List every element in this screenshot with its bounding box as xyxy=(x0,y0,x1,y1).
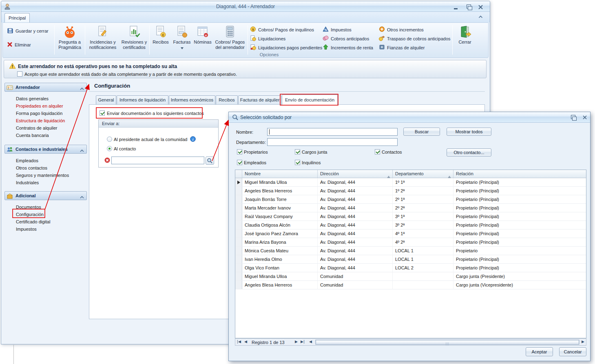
sidebar-item-impuestos[interactable]: Impuestos xyxy=(16,227,86,233)
first-record-button[interactable]: |◀ xyxy=(237,340,241,344)
otro-contacto-button[interactable]: Otro contacto... xyxy=(447,148,491,157)
sidebar-group-adicional[interactable]: Adicional xyxy=(4,191,87,200)
table-row[interactable]: José Ignacio Paez Zamora Av. Diagonal, 4… xyxy=(235,229,586,238)
collapse-chevron-icon[interactable] xyxy=(80,86,84,91)
title-bar[interactable]: Diagonal, 444 - Arrendador xyxy=(1,1,490,12)
recibos-button[interactable]: € Recibos xyxy=(150,24,171,56)
empleados-checkbox[interactable] xyxy=(237,160,242,165)
pragmatica-button[interactable]: Pregunta a Pragmática xyxy=(56,24,84,56)
opt-cobros-pagos-inquilinos[interactable]: $ Cobros/ Pagos de inquilinos xyxy=(250,26,314,33)
collapse-chevron-icon[interactable] xyxy=(80,194,84,199)
facturas-dropdown-arrow-icon[interactable] xyxy=(172,45,192,50)
table-row[interactable]: Joaquín Borràs Torre Av. Diagonal, 444 2… xyxy=(235,195,586,204)
table-row[interactable]: Angeles Blesa Herreros Comunidad Cargo j… xyxy=(235,281,586,289)
opt-incrementos-renta[interactable]: Incrementos de renta xyxy=(323,44,373,51)
table-row[interactable]: Olga Vico Fontan Av. Diagonal, 444 LOCAL… xyxy=(235,264,586,272)
departamento-input[interactable] xyxy=(267,138,398,146)
tab-recibos[interactable]: Recibos xyxy=(216,95,238,104)
nombre-input[interactable] xyxy=(267,128,398,136)
info-icon[interactable]: i xyxy=(190,136,196,143)
opt-liquidaciones-pendientes[interactable]: Liquidaciones pagos pendientes xyxy=(250,44,322,51)
opt-liquidaciones[interactable]: Liquidaciones xyxy=(250,35,285,42)
table-row[interactable]: Miguel Miranda Ulloa Av. Diagonal, 444 1… xyxy=(235,178,586,187)
next-record-button[interactable]: ▶ xyxy=(295,340,298,344)
minimize-icon[interactable] xyxy=(452,4,460,10)
nominas-button[interactable]: v Nóminas xyxy=(192,24,213,56)
sidebar-item-propiedades-en-alquiler[interactable]: Propiedades en alquiler xyxy=(16,104,86,110)
previous-record-button[interactable]: ◀ xyxy=(244,340,247,344)
sidebar-item-empleados[interactable]: Empleados xyxy=(16,158,86,165)
dialog-restore-icon[interactable] xyxy=(570,115,577,120)
cargos-junta-checkbox[interactable] xyxy=(295,149,300,154)
sidebar-group-arrendador[interactable]: Arrendador xyxy=(4,83,87,92)
tab-facturas-alquiler[interactable]: Facturas de alquiler xyxy=(238,95,281,104)
cobros-pagos-arrendador-button[interactable]: Cobros/ Pagos del arrendador xyxy=(213,24,247,56)
dialog-title-bar[interactable]: Selección solicitado por xyxy=(229,112,590,123)
send-docs-checkbox[interactable] xyxy=(100,110,105,116)
sidebar-item-contratos-de-alquiler[interactable]: Contratos de alquiler xyxy=(16,126,86,132)
sidebar-item-estructura-de-liquidacion[interactable]: Estructura de liquidación xyxy=(16,118,86,125)
sidebar-item-datos-generales[interactable]: Datos generales xyxy=(16,96,86,103)
opt-otros-incrementos[interactable]: Otros incrementos xyxy=(379,26,424,33)
sidebar-item-cuenta-bancaria[interactable]: Cuenta bancaria xyxy=(16,133,86,139)
facturas-button[interactable]: Facturas xyxy=(172,24,192,56)
cerrar-button[interactable]: Cerrar xyxy=(454,24,476,56)
column-header-departamento[interactable]: Departamento xyxy=(393,170,453,178)
table-row[interactable]: Marta Mercader Ivanov Av. Diagonal, 444 … xyxy=(235,204,586,212)
tab-general[interactable]: General xyxy=(96,95,116,104)
last-record-button[interactable]: ▶| xyxy=(301,340,305,344)
incidencias-button[interactable]: Incidencias y notificaciones xyxy=(86,24,119,56)
column-header-direccion[interactable]: Dirección xyxy=(318,170,393,178)
ribbon-collapse-chevron-icon[interactable] xyxy=(477,14,484,21)
table-row[interactable]: Marina Ariza Bayona Av. Diagonal, 444 4º… xyxy=(235,238,586,247)
opt-traspaso-cobros[interactable]: Traspaso de cobros anticipados xyxy=(379,35,451,42)
presidente-radio[interactable] xyxy=(107,137,112,142)
table-row[interactable]: Ivan Heredia Olmo Av. Diagonal, 444 LOCA… xyxy=(235,255,586,264)
clear-contact-icon[interactable] xyxy=(104,157,110,164)
table-row[interactable]: Claudia Ortigosa Alcón Av. Diagonal, 444… xyxy=(235,221,586,229)
sidebar-item-otros-contactos[interactable]: Otros contactos xyxy=(16,165,86,172)
opt-impuestos[interactable]: % Impuestos xyxy=(323,26,352,33)
tab-principal[interactable]: Principal xyxy=(4,13,30,22)
buscar-button[interactable]: Buscar xyxy=(403,128,440,136)
opt-cobros-anticipados[interactable]: Cobros anticipados xyxy=(323,35,369,42)
search-contact-button[interactable] xyxy=(206,157,214,165)
sidebar-item-industriales[interactable]: Industriales xyxy=(16,180,86,187)
sidebar-group-contactos-industriales[interactable]: Contactos e industriales xyxy=(4,145,87,154)
propietarios-checkbox[interactable] xyxy=(237,149,242,154)
cancelar-button[interactable]: Cancelar xyxy=(559,347,586,356)
collapse-chevron-icon[interactable] xyxy=(80,148,84,153)
restore-icon[interactable] xyxy=(465,4,473,10)
scroll-left-button[interactable]: ◀ xyxy=(309,340,312,344)
tab-informes-liquidacion[interactable]: Informes de liquidación xyxy=(117,95,168,104)
table-row[interactable]: Mónica Cuesta Mateu Av. Diagonal, 444 LO… xyxy=(235,247,586,255)
delete-button[interactable]: Eliminar xyxy=(7,41,31,49)
column-header-nombre[interactable]: Nombre xyxy=(242,170,318,178)
opt-fianzas-alquiler[interactable]: Fianzas de alquiler xyxy=(379,44,425,51)
tab-envio-documentacion[interactable]: Envío de documentación xyxy=(282,95,338,105)
sidebar-item-forma-pago-liquidacion[interactable]: Forma pago liquidación xyxy=(16,111,86,117)
sidebar-item-configuracion[interactable]: Configuración xyxy=(16,212,86,218)
contact-search-input[interactable] xyxy=(111,157,204,164)
save-close-button[interactable]: Guardar y cerrar xyxy=(7,27,49,35)
scrollbar-thumb[interactable]: ||| xyxy=(316,340,579,344)
tab-informes-economicos[interactable]: Informes económicos xyxy=(169,95,215,104)
dialog-close-icon[interactable] xyxy=(583,115,590,121)
mostrar-todos-button[interactable]: Mostrar todos xyxy=(447,128,491,136)
column-header-relacion[interactable]: Relación xyxy=(453,170,586,178)
contactos-checkbox[interactable] xyxy=(375,149,380,154)
table-row[interactable]: Angeles Blesa Herreros Av. Diagonal, 444… xyxy=(235,187,586,195)
inquilinos-checkbox[interactable] xyxy=(295,160,300,165)
sidebar-item-seguros-mantenimientos[interactable]: Seguros y mantenimientos xyxy=(16,173,86,179)
close-icon[interactable] xyxy=(478,5,486,10)
horizontal-scrollbar[interactable]: ||| xyxy=(315,340,580,345)
accept-operative-checkbox[interactable] xyxy=(17,71,22,77)
scroll-right-button[interactable]: ▶ xyxy=(582,340,584,344)
contacto-radio[interactable] xyxy=(107,146,112,151)
table-row[interactable]: Miguel Miranda Ulloa Comunidad Cargo jun… xyxy=(235,272,586,281)
revisiones-button[interactable]: Revisiones y certificados xyxy=(120,24,148,56)
sidebar-item-certificado-digital[interactable]: Certificado digital xyxy=(16,219,86,226)
sidebar-item-documentos[interactable]: Documentos xyxy=(16,205,86,211)
aceptar-button[interactable]: Aceptar xyxy=(526,347,553,356)
table-row[interactable]: Raúl Vasquez Company Av. Diagonal, 444 3… xyxy=(235,212,586,221)
